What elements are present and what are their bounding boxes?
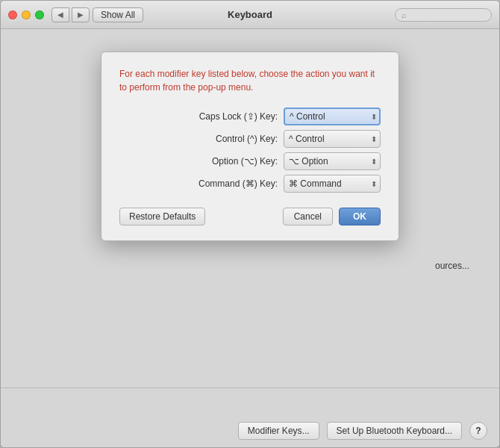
dialog-description: For each modifier key listed below, choo… [119,67,381,94]
command-label: Command (⌘) Key: [158,178,278,189]
bottom-bar: Modifier Keys... Set Up Bluetooth Keyboa… [1,388,499,447]
bottom-buttons: Modifier Keys... Set Up Bluetooth Keyboa… [238,422,487,440]
main-content: For each modifier key listed below, choo… [1,29,499,388]
bluetooth-keyboard-button[interactable]: Set Up Bluetooth Keyboard... [327,422,462,440]
option-label: Option (⌥) Key: [158,156,278,167]
keyboard-window: ◀ ▶ Show All Keyboard ⌕ For each modifie… [0,0,500,448]
back-button[interactable]: ◀ [51,7,69,22]
dialog-footer: Restore Defaults Cancel OK [119,208,381,225]
control-select-wrapper[interactable]: ^ Control No Action ⌥ Option ⌘ Command ⬍ [284,130,381,148]
show-all-button[interactable]: Show All [93,7,143,22]
close-button[interactable] [8,10,17,19]
key-rows: Caps Lock (⇪) Key: ^ Control No Action ⌥… [119,108,381,193]
cancel-button[interactable]: Cancel [283,208,333,225]
resources-link[interactable]: ources... [435,261,469,271]
minimize-button[interactable] [22,10,31,19]
control-select[interactable]: ^ Control No Action ⌥ Option ⌘ Command [284,130,381,148]
option-select-wrapper[interactable]: ⌥ Option No Action ^ Control ⌘ Command ⬍ [284,152,381,170]
maximize-button[interactable] [35,10,44,19]
caps-lock-label: Caps Lock (⇪) Key: [158,111,278,122]
command-select-wrapper[interactable]: ⌘ Command No Action ^ Control ⌥ Option ⬍ [284,175,381,193]
caps-lock-row: Caps Lock (⇪) Key: ^ Control No Action ⌥… [119,108,381,125]
nav-buttons: ◀ ▶ [51,7,90,22]
traffic-lights [8,10,44,19]
forward-button[interactable]: ▶ [72,7,90,22]
ok-button[interactable]: OK [339,208,381,225]
window-title: Keyboard [228,9,272,20]
command-select[interactable]: ⌘ Command No Action ^ Control ⌥ Option [284,175,381,193]
restore-defaults-button[interactable]: Restore Defaults [119,208,205,225]
search-icon: ⌕ [401,10,407,19]
control-row: Control (^) Key: ^ Control No Action ⌥ O… [119,130,381,148]
option-row: Option (⌥) Key: ⌥ Option No Action ^ Con… [119,152,381,170]
caps-lock-select-wrapper[interactable]: ^ Control No Action ⌥ Option ⌘ Command C… [284,108,381,125]
command-row: Command (⌘) Key: ⌘ Command No Action ^ C… [119,175,381,193]
footer-right-buttons: Cancel OK [283,208,381,225]
control-label: Control (^) Key: [158,134,278,144]
modifier-keys-button[interactable]: Modifier Keys... [238,422,319,440]
search-box[interactable]: ⌕ [395,8,492,22]
help-button[interactable]: ? [469,422,487,440]
option-select[interactable]: ⌥ Option No Action ^ Control ⌘ Command [284,152,381,170]
titlebar: ◀ ▶ Show All Keyboard ⌕ [1,1,499,29]
caps-lock-select[interactable]: ^ Control No Action ⌥ Option ⌘ Command C… [284,108,381,125]
modifier-keys-dialog: For each modifier key listed below, choo… [101,52,399,241]
